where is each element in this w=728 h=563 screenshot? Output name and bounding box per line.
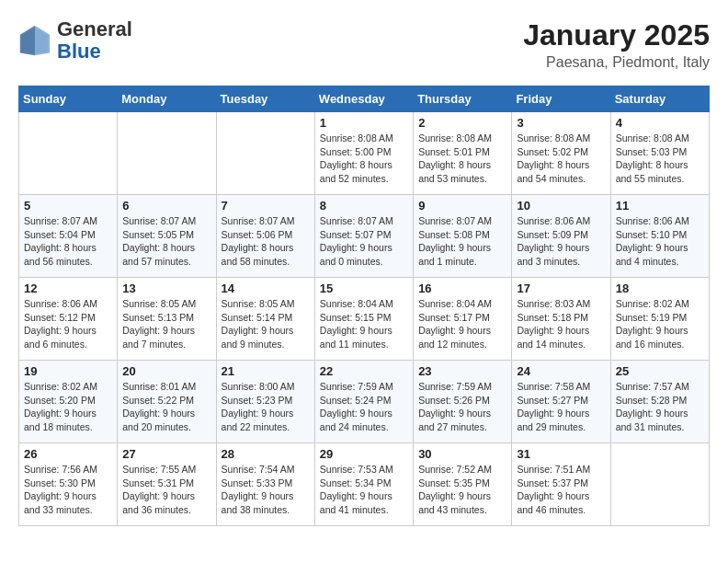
calendar-cell: 23Sunrise: 7:59 AM Sunset: 5:26 PM Dayli… bbox=[414, 361, 512, 443]
day-number: 28 bbox=[222, 447, 310, 461]
day-info: Sunrise: 7:55 AM Sunset: 5:31 PM Dayligh… bbox=[122, 463, 210, 517]
day-number: 14 bbox=[222, 282, 310, 295]
calendar-cell: 13Sunrise: 8:05 AM Sunset: 5:13 PM Dayli… bbox=[118, 278, 216, 361]
day-info: Sunrise: 8:06 AM Sunset: 5:10 PM Dayligh… bbox=[616, 214, 704, 269]
calendar-cell: 26Sunrise: 7:56 AM Sunset: 5:30 PM Dayli… bbox=[19, 443, 118, 526]
day-info: Sunrise: 8:02 AM Sunset: 5:20 PM Dayligh… bbox=[24, 380, 112, 434]
calendar-cell: 24Sunrise: 7:58 AM Sunset: 5:27 PM Dayli… bbox=[512, 361, 610, 443]
day-info: Sunrise: 7:58 AM Sunset: 5:27 PM Dayligh… bbox=[517, 380, 605, 434]
day-info: Sunrise: 8:07 AM Sunset: 5:07 PM Dayligh… bbox=[320, 214, 408, 269]
day-number: 23 bbox=[418, 364, 506, 378]
day-info: Sunrise: 8:07 AM Sunset: 5:08 PM Dayligh… bbox=[418, 214, 506, 269]
title-block: January 2025 Paesana, Piedmont, Italy bbox=[523, 18, 710, 71]
calendar-table: SundayMondayTuesdayWednesdayThursdayFrid… bbox=[18, 86, 710, 526]
day-number: 11 bbox=[616, 199, 704, 213]
day-number: 20 bbox=[122, 364, 210, 378]
day-number: 6 bbox=[122, 199, 210, 213]
logo-text: General Blue bbox=[57, 18, 132, 63]
day-info: Sunrise: 8:04 AM Sunset: 5:17 PM Dayligh… bbox=[418, 297, 506, 351]
day-number: 10 bbox=[517, 199, 605, 213]
calendar-cell: 7Sunrise: 8:07 AM Sunset: 5:06 PM Daylig… bbox=[216, 195, 314, 278]
day-info: Sunrise: 7:51 AM Sunset: 5:37 PM Dayligh… bbox=[517, 463, 605, 517]
weekday-header: Wednesday bbox=[314, 86, 413, 112]
calendar-cell: 3Sunrise: 8:08 AM Sunset: 5:02 PM Daylig… bbox=[512, 112, 610, 195]
day-info: Sunrise: 8:07 AM Sunset: 5:06 PM Dayligh… bbox=[222, 214, 310, 269]
day-info: Sunrise: 8:00 AM Sunset: 5:23 PM Dayligh… bbox=[222, 380, 310, 434]
calendar-cell: 5Sunrise: 8:07 AM Sunset: 5:04 PM Daylig… bbox=[19, 195, 118, 278]
calendar-cell bbox=[19, 112, 118, 195]
day-number: 21 bbox=[222, 364, 310, 378]
day-number: 13 bbox=[122, 282, 210, 295]
day-info: Sunrise: 8:07 AM Sunset: 5:05 PM Dayligh… bbox=[122, 214, 210, 269]
day-number: 31 bbox=[517, 447, 605, 461]
day-info: Sunrise: 8:06 AM Sunset: 5:09 PM Dayligh… bbox=[517, 214, 605, 269]
calendar-cell: 18Sunrise: 8:02 AM Sunset: 5:19 PM Dayli… bbox=[610, 278, 709, 361]
day-number: 24 bbox=[517, 364, 605, 378]
day-number: 1 bbox=[320, 116, 408, 130]
day-number: 5 bbox=[24, 199, 112, 213]
weekday-header-row: SundayMondayTuesdayWednesdayThursdayFrid… bbox=[19, 86, 710, 112]
calendar-week-row: 5Sunrise: 8:07 AM Sunset: 5:04 PM Daylig… bbox=[19, 195, 710, 278]
location: Paesana, Piedmont, Italy bbox=[523, 54, 710, 71]
calendar-cell: 17Sunrise: 8:03 AM Sunset: 5:18 PM Dayli… bbox=[512, 278, 610, 361]
calendar-week-row: 1Sunrise: 8:08 AM Sunset: 5:00 PM Daylig… bbox=[19, 112, 710, 195]
day-info: Sunrise: 8:08 AM Sunset: 5:02 PM Dayligh… bbox=[517, 132, 605, 186]
calendar-cell: 6Sunrise: 8:07 AM Sunset: 5:05 PM Daylig… bbox=[118, 195, 216, 278]
day-info: Sunrise: 8:04 AM Sunset: 5:15 PM Dayligh… bbox=[320, 297, 408, 351]
calendar-cell: 2Sunrise: 8:08 AM Sunset: 5:01 PM Daylig… bbox=[414, 112, 512, 195]
weekday-header: Thursday bbox=[414, 86, 512, 112]
calendar-cell: 1Sunrise: 8:08 AM Sunset: 5:00 PM Daylig… bbox=[314, 112, 413, 195]
calendar-cell: 29Sunrise: 7:53 AM Sunset: 5:34 PM Dayli… bbox=[314, 443, 413, 526]
calendar-cell: 27Sunrise: 7:55 AM Sunset: 5:31 PM Dayli… bbox=[118, 443, 216, 526]
calendar-week-row: 26Sunrise: 7:56 AM Sunset: 5:30 PM Dayli… bbox=[19, 443, 710, 526]
day-number: 19 bbox=[24, 364, 112, 378]
day-number: 7 bbox=[222, 199, 310, 213]
calendar-cell: 10Sunrise: 8:06 AM Sunset: 5:09 PM Dayli… bbox=[512, 195, 610, 278]
day-info: Sunrise: 8:08 AM Sunset: 5:01 PM Dayligh… bbox=[418, 132, 506, 186]
day-info: Sunrise: 8:05 AM Sunset: 5:14 PM Dayligh… bbox=[222, 297, 310, 351]
day-info: Sunrise: 7:52 AM Sunset: 5:35 PM Dayligh… bbox=[418, 463, 506, 517]
day-info: Sunrise: 8:02 AM Sunset: 5:19 PM Dayligh… bbox=[616, 297, 704, 351]
day-number: 12 bbox=[24, 282, 112, 295]
day-number: 2 bbox=[418, 116, 506, 130]
calendar-cell: 11Sunrise: 8:06 AM Sunset: 5:10 PM Dayli… bbox=[610, 195, 709, 278]
day-number: 29 bbox=[320, 447, 408, 461]
day-info: Sunrise: 8:07 AM Sunset: 5:04 PM Dayligh… bbox=[24, 214, 112, 269]
calendar-cell: 8Sunrise: 8:07 AM Sunset: 5:07 PM Daylig… bbox=[314, 195, 413, 278]
day-number: 3 bbox=[517, 116, 605, 130]
day-number: 30 bbox=[418, 447, 506, 461]
day-info: Sunrise: 7:59 AM Sunset: 5:24 PM Dayligh… bbox=[320, 380, 408, 434]
day-info: Sunrise: 8:06 AM Sunset: 5:12 PM Dayligh… bbox=[24, 297, 112, 351]
calendar-cell bbox=[216, 112, 314, 195]
calendar-cell: 30Sunrise: 7:52 AM Sunset: 5:35 PM Dayli… bbox=[414, 443, 512, 526]
weekday-header: Tuesday bbox=[216, 86, 314, 112]
svg-marker-1 bbox=[35, 26, 50, 55]
day-info: Sunrise: 8:08 AM Sunset: 5:03 PM Dayligh… bbox=[616, 132, 704, 186]
calendar-week-row: 19Sunrise: 8:02 AM Sunset: 5:20 PM Dayli… bbox=[19, 361, 710, 443]
day-info: Sunrise: 7:54 AM Sunset: 5:33 PM Dayligh… bbox=[222, 463, 310, 517]
calendar-cell: 21Sunrise: 8:00 AM Sunset: 5:23 PM Dayli… bbox=[216, 361, 314, 443]
day-info: Sunrise: 8:01 AM Sunset: 5:22 PM Dayligh… bbox=[122, 380, 210, 434]
day-info: Sunrise: 8:08 AM Sunset: 5:00 PM Dayligh… bbox=[320, 132, 408, 186]
weekday-header: Saturday bbox=[610, 86, 709, 112]
calendar-cell: 20Sunrise: 8:01 AM Sunset: 5:22 PM Dayli… bbox=[118, 361, 216, 443]
calendar-cell bbox=[118, 112, 216, 195]
day-info: Sunrise: 7:57 AM Sunset: 5:28 PM Dayligh… bbox=[616, 380, 704, 434]
page-header: General Blue January 2025 Paesana, Piedm… bbox=[18, 18, 710, 71]
day-number: 9 bbox=[418, 199, 506, 213]
day-number: 25 bbox=[616, 364, 704, 378]
calendar-cell: 25Sunrise: 7:57 AM Sunset: 5:28 PM Dayli… bbox=[610, 361, 709, 443]
calendar-cell: 22Sunrise: 7:59 AM Sunset: 5:24 PM Dayli… bbox=[314, 361, 413, 443]
calendar-cell: 4Sunrise: 8:08 AM Sunset: 5:03 PM Daylig… bbox=[610, 112, 709, 195]
day-info: Sunrise: 7:56 AM Sunset: 5:30 PM Dayligh… bbox=[24, 463, 112, 517]
calendar-cell: 28Sunrise: 7:54 AM Sunset: 5:33 PM Dayli… bbox=[216, 443, 314, 526]
logo-icon bbox=[18, 24, 51, 57]
calendar-cell: 31Sunrise: 7:51 AM Sunset: 5:37 PM Dayli… bbox=[512, 443, 610, 526]
day-number: 27 bbox=[122, 447, 210, 461]
calendar-cell bbox=[610, 443, 709, 526]
day-number: 15 bbox=[320, 282, 408, 295]
month-year: January 2025 bbox=[523, 18, 710, 52]
weekday-header: Friday bbox=[512, 86, 610, 112]
day-number: 22 bbox=[320, 364, 408, 378]
day-info: Sunrise: 7:59 AM Sunset: 5:26 PM Dayligh… bbox=[418, 380, 506, 434]
